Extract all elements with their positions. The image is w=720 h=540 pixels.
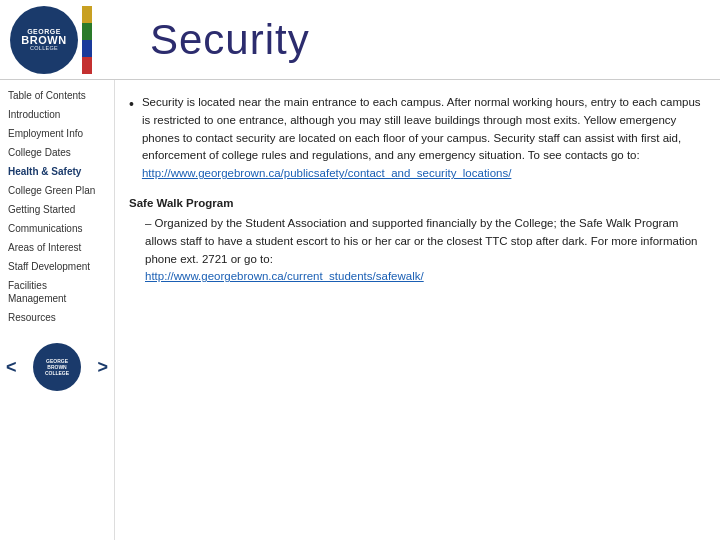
bullet-row-1: • Security is located near the main entr… xyxy=(129,94,702,183)
sidebar-item-college-green-plan[interactable]: College Green Plan xyxy=(0,181,114,200)
next-arrow[interactable]: > xyxy=(97,357,108,378)
sidebar-item-areas-of-interest[interactable]: Areas of Interest xyxy=(0,238,114,257)
sidebar-item-communications[interactable]: Communications xyxy=(0,219,114,238)
logo-area: GEORGE BROWN COLLEGE xyxy=(10,6,140,74)
safe-walk-title: Safe Walk Program xyxy=(129,195,702,213)
main-container: Table of Contents Introduction Employmen… xyxy=(0,80,720,540)
sidebar-item-health-safety[interactable]: Health & Safety xyxy=(0,162,114,181)
color-bar-red xyxy=(82,57,92,74)
sidebar-item-table-of-contents[interactable]: Table of Contents xyxy=(0,86,114,105)
safe-walk-heading: Safe Walk Program xyxy=(129,197,233,209)
security-link[interactable]: http://www.georgebrown.ca/publicsafety/c… xyxy=(142,167,512,179)
nav-logo: GEORGEBROWNCOLLEGE xyxy=(33,343,81,391)
security-main-text: Security is located near the main entran… xyxy=(142,96,701,161)
sidebar-item-college-dates[interactable]: College Dates xyxy=(0,143,114,162)
safe-walk-section: Safe Walk Program – Organized by the Stu… xyxy=(129,195,702,286)
bullet-text-1: Security is located near the main entran… xyxy=(142,94,702,183)
content-area: • Security is located near the main entr… xyxy=(115,80,720,540)
sidebar-item-getting-started[interactable]: Getting Started xyxy=(0,200,114,219)
sidebar-item-employment-info[interactable]: Employment Info xyxy=(0,124,114,143)
color-bar-green xyxy=(82,23,92,40)
color-bar-blue xyxy=(82,40,92,57)
sidebar-nav: < GEORGEBROWNCOLLEGE > xyxy=(0,335,114,399)
safe-walk-text: – Organized by the Student Association a… xyxy=(145,217,697,265)
sidebar-item-introduction[interactable]: Introduction xyxy=(0,105,114,124)
sidebar-item-facilities-management[interactable]: Facilities Management xyxy=(0,276,114,308)
safe-walk-link[interactable]: http://www.georgebrown.ca/current_studen… xyxy=(145,270,424,282)
sidebar-item-staff-development[interactable]: Staff Development xyxy=(0,257,114,276)
header: GEORGE BROWN COLLEGE Security xyxy=(0,0,720,80)
color-bar xyxy=(82,6,92,74)
logo-text: GEORGE BROWN COLLEGE xyxy=(21,28,66,52)
sidebar: Table of Contents Introduction Employmen… xyxy=(0,80,115,540)
prev-arrow[interactable]: < xyxy=(6,357,17,378)
nav-logo-text: GEORGEBROWNCOLLEGE xyxy=(45,358,69,376)
safe-walk-body: – Organized by the Student Association a… xyxy=(145,215,702,286)
logo-college: COLLEGE xyxy=(21,46,66,52)
sidebar-item-resources[interactable]: Resources xyxy=(0,308,114,327)
color-bar-yellow xyxy=(82,6,92,23)
logo-circle: GEORGE BROWN COLLEGE xyxy=(10,6,78,74)
bullet-dot-1: • xyxy=(129,94,134,183)
page-title: Security xyxy=(150,16,310,64)
